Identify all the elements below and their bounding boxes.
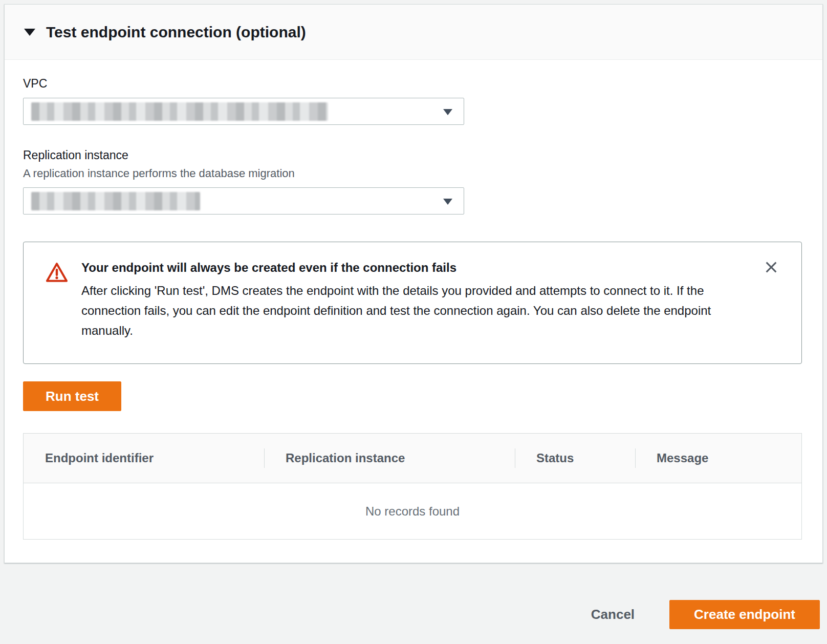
run-test-button[interactable]: Run test [23, 381, 121, 411]
table-empty-message: No records found [24, 483, 801, 539]
create-endpoint-button[interactable]: Create endpoint [669, 600, 820, 629]
column-header-status: Status [515, 434, 635, 483]
replication-instance-field: Replication instance A replication insta… [23, 148, 801, 214]
endpoint-warning-alert: Your endpoint will always be created eve… [23, 242, 802, 364]
cancel-button[interactable]: Cancel [591, 600, 635, 629]
test-endpoint-connection-section: Test endpoint connection (optional) VPC … [4, 4, 823, 563]
replication-instance-select[interactable] [23, 187, 464, 214]
replication-instance-description: A replication instance performs the data… [23, 167, 801, 180]
table-header-row: Endpoint identifier Replication instance… [24, 434, 801, 483]
test-results-table: Endpoint identifier Replication instance… [23, 433, 802, 540]
caret-down-icon [443, 199, 452, 205]
vpc-redacted-value [31, 102, 328, 121]
alert-body: After clicking 'Run test', DMS creates t… [81, 281, 740, 340]
form-footer: Cancel Create endpoint [0, 563, 827, 644]
column-header-message: Message [635, 434, 801, 483]
vpc-field: VPC [23, 77, 801, 125]
replication-instance-redacted-value [31, 192, 200, 210]
vpc-select[interactable] [23, 98, 464, 125]
alert-title: Your endpoint will always be created eve… [81, 261, 740, 275]
caret-down-icon [443, 109, 452, 115]
section-caret-down-icon [24, 29, 35, 36]
column-header-endpoint-identifier: Endpoint identifier [24, 434, 264, 483]
column-header-replication-instance: Replication instance [264, 434, 515, 483]
warning-triangle-icon [45, 262, 69, 285]
section-content: VPC Replication instance A replication i… [5, 60, 822, 560]
vpc-label: VPC [23, 77, 801, 91]
close-icon[interactable] [763, 259, 780, 276]
alert-text: Your endpoint will always be created eve… [81, 261, 740, 340]
section-title: Test endpoint connection (optional) [46, 24, 306, 41]
section-header-expander[interactable]: Test endpoint connection (optional) [5, 5, 822, 60]
replication-instance-label: Replication instance [23, 148, 801, 162]
